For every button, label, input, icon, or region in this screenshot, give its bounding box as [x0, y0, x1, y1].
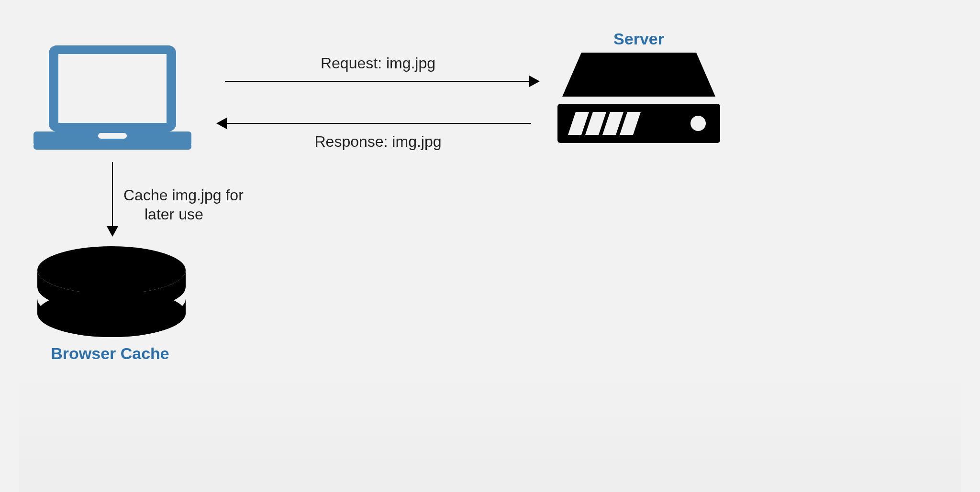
- cache-label: Cache img.jpg for later use: [123, 186, 248, 224]
- cache-arrow: [112, 162, 113, 226]
- svg-point-11: [690, 116, 706, 131]
- response-arrow: [227, 123, 531, 124]
- svg-point-13: [37, 289, 186, 337]
- response-label: Response: img.jpg: [278, 132, 479, 151]
- cache-label-line2: later use: [145, 206, 203, 223]
- server-heading: Server: [601, 29, 677, 49]
- svg-point-12: [37, 246, 186, 294]
- svg-rect-3: [33, 143, 191, 150]
- server-icon: [557, 53, 720, 148]
- bottom-shadow: [19, 368, 961, 492]
- cache-disk-icon: [36, 246, 187, 339]
- request-label: Request: img.jpg: [278, 54, 479, 73]
- laptop-icon: [33, 45, 191, 155]
- svg-rect-4: [98, 133, 127, 139]
- svg-rect-1: [58, 54, 167, 123]
- browser-cache-heading: Browser Cache: [38, 343, 182, 364]
- cache-label-line1: Cache img.jpg for: [123, 186, 244, 204]
- request-arrow: [225, 81, 529, 82]
- svg-marker-5: [562, 53, 715, 97]
